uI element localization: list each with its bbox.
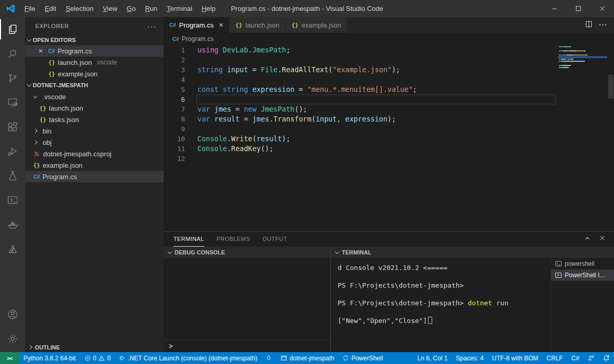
status-powershell-session[interactable]: PowerShell [338,352,387,364]
close-icon[interactable]: × [219,22,223,28]
chevron-right-icon [28,345,32,349]
menu-item-selection[interactable]: Selection [61,5,98,12]
more-actions-button[interactable]: ··· [599,20,608,30]
code-line-12[interactable]: 12 [164,154,614,164]
status-flame[interactable] [261,352,276,364]
tree-item-tasks-json[interactable]: {}tasks.json [25,114,164,125]
panel-tab-output[interactable]: OUTPUT [262,232,287,247]
json-icon: {} [291,22,298,29]
tree-item-obj[interactable]: obj [25,137,164,148]
json-icon: {} [39,116,46,123]
activity-remote-explorer[interactable] [0,90,25,115]
status-cursor-position[interactable]: Ln 6, Col 1 [413,352,452,364]
code-line-11[interactable]: 11Console.ReadKey(); [164,144,614,154]
editor-scrollbar[interactable] [608,75,613,99]
tree-item-vscode[interactable]: .vscode [25,91,164,102]
menu-item-view[interactable]: View [98,5,122,12]
tree-item-program-cs[interactable]: C#Program.cs [25,171,164,182]
menu-item-run[interactable]: Run [140,5,162,12]
status-project-folder[interactable]: dotnet-jmespath [276,352,338,364]
status-language-mode[interactable]: C# [567,352,583,364]
status-feedback[interactable] [583,352,598,364]
status-debug-launch[interactable]: .NET Core Launch (console) (dotnet-jmesp… [115,352,261,364]
tree-item-launch-json[interactable]: {}launch.json [25,102,164,114]
menu-item-file[interactable]: File [20,5,40,12]
activity-search[interactable] [0,42,25,66]
minimap[interactable] [558,46,607,71]
activity-run-and-debug[interactable] [0,139,25,164]
terminal-session-powershell-i[interactable]: PowerShell I... [551,269,614,281]
chevron-right-icon [33,140,37,144]
activity-testing[interactable] [0,164,25,188]
terminal-header[interactable]: TERMINAL [331,247,614,258]
editor-area: C#Program.cs×{}launch.json{}example.json… [164,17,614,352]
status-encoding[interactable]: UTF-8 with BOM [488,352,542,364]
split-editor-button[interactable] [585,20,593,30]
close-icon[interactable]: × [38,47,43,55]
tab-program-cs[interactable]: C#Program.cs× [164,17,230,33]
status-eol[interactable]: CRLF [542,352,567,364]
line-number: 9 [164,124,185,134]
menu-item-edit[interactable]: Edit [40,5,61,12]
tab-example-json[interactable]: {}example.json [286,17,348,33]
status-python-version[interactable]: Python 3.8.2 64-bit [19,352,80,364]
terminal-session-powershell[interactable]: powershell [551,258,614,269]
bottom-panel: TERMINALPROBLEMSOUTPUT DEBUG CONSOLE > [164,231,614,352]
code-line-3[interactable]: 3string input = File.ReadAllText("exampl… [164,65,614,75]
debug-console-input[interactable]: > [164,340,330,352]
code-line-8[interactable]: 8var result = jmes.Transform(input, expr… [164,114,614,124]
code-line-2[interactable]: 2 [164,55,614,65]
code-line-10[interactable]: 10Console.Write(result); [164,134,614,144]
folder-section-header[interactable]: DOTNET-JMESPATH [25,79,164,91]
code-editor[interactable]: 1using DevLab.JmesPath;23string input = … [164,45,614,231]
activity-accounts[interactable] [0,302,25,327]
run-debug-icon [7,145,19,157]
status-notifications[interactable] [598,352,614,364]
code-line-7[interactable]: 7var jmes = new JmesPath(); [164,104,614,114]
maximize-panel-button[interactable] [584,235,591,244]
activity-powershell[interactable] [0,188,25,212]
more-actions-icon[interactable]: ··· [147,22,156,31]
panel-tab-terminal[interactable]: TERMINAL [173,232,204,247]
explorer-sidebar: EXPLORER ··· OPEN EDITORS ×C#Program.cs{… [25,17,164,352]
maximize-button[interactable] [566,0,590,17]
tree-item-bin[interactable]: bin [25,125,164,137]
tree-item-example-json[interactable]: {}example.json [25,159,164,171]
menu-item-go[interactable]: Go [122,5,140,12]
code-line-9[interactable]: 9 [164,124,614,134]
activity-azure[interactable] [0,237,25,261]
breadcrumb[interactable]: C# Program.cs [164,33,614,45]
close-panel-button[interactable] [598,234,606,244]
terminal-line [338,290,550,299]
activity-settings[interactable] [0,327,25,351]
panel-tab-problems[interactable]: PROBLEMS [217,232,250,247]
open-editor-example-json[interactable]: {}example.json [25,68,164,79]
open-editor-launch-json[interactable]: {}launch.json.vscode [25,57,164,68]
status-indentation[interactable]: Spaces: 4 [452,352,488,364]
minimize-button[interactable] [542,0,566,17]
activity-extensions[interactable] [0,115,25,139]
open-editors-header[interactable]: OPEN EDITORS [25,35,164,45]
tab-launch-json[interactable]: {}launch.json [230,17,286,33]
code-line-6[interactable]: 6 [164,95,614,104]
tree-item-dotnet-jmespath-csproj[interactable]: dotnet-jmespath.csproj [25,148,164,159]
open-editor-program-cs[interactable]: ×C#Program.cs [25,45,164,57]
activity-source-control[interactable] [0,66,25,90]
csharp-icon: C# [172,36,179,42]
activity-docker[interactable] [0,212,25,237]
menu-item-help[interactable]: Help [197,5,220,12]
title-bar: FileEditSelectionViewGoRunTerminalHelp P… [0,0,614,17]
close-button[interactable] [590,0,614,17]
code-line-5[interactable]: 5const string expression = "menu.*.menui… [164,85,614,95]
terminal-run-icon [555,272,562,279]
remote-indicator[interactable]: >< [0,352,19,364]
debug-console-header[interactable]: DEBUG CONSOLE [164,247,330,258]
activity-explorer[interactable] [0,17,25,42]
outline-section-header[interactable]: OUTLINE [25,342,164,352]
status-problems[interactable]: 00 [80,352,115,364]
code-line-4[interactable]: 4 [164,75,614,85]
terminal-output[interactable]: d Console v2021.10.2 <===== PS F:\Projec… [338,263,550,325]
menu-item-terminal[interactable]: Terminal [162,5,197,12]
code-line-1[interactable]: 1using DevLab.JmesPath; [164,45,614,55]
line-number: 10 [164,134,185,144]
